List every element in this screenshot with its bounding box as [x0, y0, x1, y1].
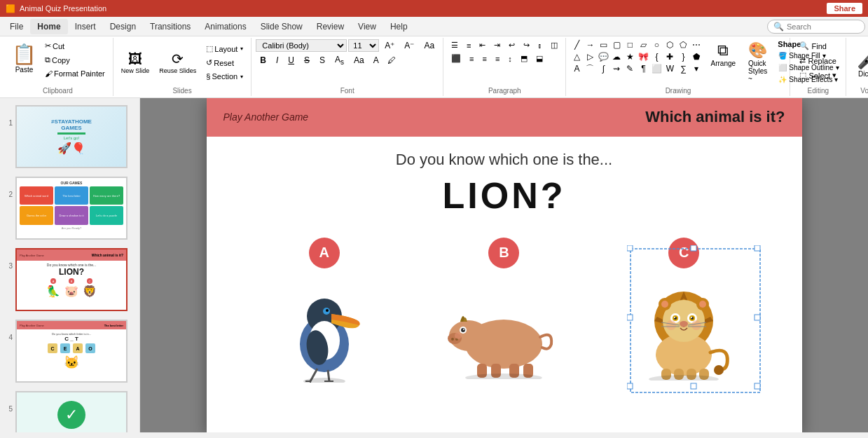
- new-slide-button[interactable]: 🖼 New Slide: [118, 49, 153, 76]
- menu-transitions[interactable]: Transitions: [143, 19, 198, 34]
- shape-rtri[interactable]: ▷: [584, 51, 596, 62]
- copy-button[interactable]: ⧉ Copy: [41, 53, 109, 67]
- numbering-button[interactable]: ≡: [463, 40, 474, 51]
- shape-rounded-rect[interactable]: ▢: [610, 39, 623, 50]
- share-button[interactable]: Share: [827, 3, 862, 14]
- shape-textbox[interactable]: ⬜: [650, 63, 663, 74]
- shape-star[interactable]: ★: [624, 51, 636, 62]
- shape-para[interactable]: ¶: [637, 63, 649, 74]
- text-anchor-button[interactable]: ⬓: [532, 53, 546, 64]
- slide-thumb-4[interactable]: Play Another Game The best letter Do you…: [15, 320, 128, 383]
- highlight-color-btn[interactable]: 🖊: [384, 54, 399, 67]
- shape-rect[interactable]: ▭: [597, 39, 609, 50]
- slide-thumbnail-2[interactable]: 2 OUR GAMES Which animal word The best l…: [3, 175, 137, 241]
- decrease-indent-button[interactable]: ⇤: [476, 39, 489, 51]
- menu-animations[interactable]: Animations: [198, 19, 253, 34]
- shape-down[interactable]: ▾: [690, 63, 703, 74]
- layout-button[interactable]: ⬚ Layout ▾: [202, 42, 247, 55]
- clear-format-button[interactable]: Aa: [420, 39, 439, 52]
- replace-button[interactable]: ⇄ Replace: [794, 54, 841, 67]
- search-box[interactable]: 🔍: [767, 20, 865, 34]
- shape-pentagon[interactable]: ⬠: [677, 39, 689, 50]
- shape-connector[interactable]: ⇝: [610, 63, 623, 74]
- case-button[interactable]: Aa: [350, 54, 368, 67]
- shape-edit[interactable]: ✎: [624, 63, 636, 74]
- shape-hexagon[interactable]: ⬡: [663, 39, 676, 50]
- strikethrough-button[interactable]: S: [300, 54, 314, 67]
- shape-curved[interactable]: ⌒: [584, 63, 596, 74]
- font-name-select[interactable]: Calibri (Body): [256, 39, 347, 52]
- shape-triangle[interactable]: △: [570, 51, 583, 62]
- font-size-select[interactable]: 11: [348, 39, 379, 52]
- section-button[interactable]: § Section ▾: [202, 70, 247, 83]
- slide-thumb-2[interactable]: OUR GAMES Which animal word The best let…: [15, 177, 128, 240]
- select-button[interactable]: ⬚ Select ▾: [794, 69, 841, 82]
- format-painter-button[interactable]: 🖌 Format Painter: [41, 67, 109, 80]
- quick-styles-button[interactable]: 🎨 Quick Styles ~: [743, 39, 772, 85]
- text-direction-button[interactable]: ⬒: [517, 53, 531, 64]
- bullets-button[interactable]: ☰: [448, 39, 462, 51]
- shape-ribbon[interactable]: 🎀: [637, 51, 649, 62]
- shape-line[interactable]: ╱: [570, 39, 583, 50]
- find-button[interactable]: 🔍 Find: [794, 39, 841, 53]
- menu-insert[interactable]: Insert: [68, 19, 103, 34]
- arrange-button[interactable]: ⧉ Arrange: [705, 39, 740, 69]
- shape-brace[interactable]: }: [677, 51, 689, 62]
- font-color-btn[interactable]: A: [370, 54, 383, 67]
- slide-panel[interactable]: 1 #STAYATHOME GAMES Let's go! 🚀🎈 2 OUR G…: [0, 98, 140, 432]
- reset-button[interactable]: ↺ Reset: [202, 56, 247, 69]
- shape-cross[interactable]: ✚: [663, 51, 676, 62]
- increase-indent-button[interactable]: ⇥: [490, 39, 504, 51]
- slide-thumb-3[interactable]: Play Another Game Which animal is it? Do…: [15, 248, 128, 311]
- line-spacing-button[interactable]: ↕: [504, 53, 516, 64]
- slide-thumb-1[interactable]: #STAYATHOME GAMES Let's go! 🚀🎈: [15, 105, 128, 168]
- slide-thumbnail-1[interactable]: 1 #STAYATHOME GAMES Let's go! 🚀🎈: [3, 104, 137, 170]
- shape-rect2[interactable]: □: [624, 39, 636, 50]
- menu-help[interactable]: Help: [383, 19, 415, 34]
- option-b[interactable]: B: [448, 238, 560, 386]
- underline-button[interactable]: U: [284, 54, 298, 67]
- shape-freeform[interactable]: ∫: [597, 63, 609, 74]
- decrease-font-button[interactable]: A⁻: [400, 39, 418, 52]
- align-left-button[interactable]: ⬛: [448, 53, 464, 64]
- smart-art-button[interactable]: ◫: [547, 39, 561, 51]
- menu-home[interactable]: Home: [30, 19, 67, 34]
- shape-more[interactable]: ⋯: [690, 39, 703, 50]
- menu-view[interactable]: View: [351, 19, 383, 34]
- shape-math[interactable]: ∑: [677, 63, 689, 74]
- slide-thumbnail-4[interactable]: 4 Play Another Game The best letter Do y…: [3, 318, 137, 384]
- shape-custom[interactable]: ⬟: [690, 51, 703, 62]
- menu-file[interactable]: File: [3, 19, 30, 34]
- align-center-button[interactable]: ≡: [466, 53, 477, 64]
- shape-bracket[interactable]: {: [650, 51, 663, 62]
- shape-cloud[interactable]: ☁: [610, 51, 623, 62]
- col-button[interactable]: ⫾: [535, 40, 546, 51]
- paste-button[interactable]: 📋 Paste: [7, 39, 41, 85]
- char-spacing-button[interactable]: As: [331, 53, 348, 67]
- italic-button[interactable]: I: [272, 54, 282, 67]
- menu-slideshow[interactable]: Slide Show: [254, 19, 310, 34]
- reuse-slides-button[interactable]: ⟳ Reuse Slides: [156, 48, 200, 76]
- shape-arrow[interactable]: →: [584, 39, 596, 50]
- rtl-button[interactable]: ↩: [505, 39, 518, 51]
- bold-button[interactable]: B: [256, 54, 270, 67]
- slide-thumb-5[interactable]: ✓ EXCELLENT! Play Another Game Next: [15, 391, 128, 432]
- shape-word[interactable]: W: [663, 63, 676, 74]
- slide-thumbnail-3[interactable]: 3 Play Another Game Which animal is it? …: [3, 247, 137, 313]
- justify-button[interactable]: ≡: [492, 53, 503, 64]
- option-c[interactable]: C: [628, 238, 740, 386]
- option-a[interactable]: A: [268, 238, 380, 386]
- shape-rect3[interactable]: ▱: [637, 39, 649, 50]
- menu-review[interactable]: Review: [310, 19, 351, 34]
- search-input[interactable]: [787, 22, 857, 31]
- shape-callout[interactable]: 💬: [597, 51, 609, 62]
- shadow-button[interactable]: S: [315, 54, 329, 67]
- align-right-button[interactable]: ≡: [478, 53, 490, 64]
- shape-oval[interactable]: ○: [650, 39, 663, 50]
- ltr-button[interactable]: ↪: [520, 39, 533, 51]
- increase-font-button[interactable]: A⁺: [380, 39, 399, 52]
- menu-design[interactable]: Design: [103, 19, 143, 34]
- dictate-button[interactable]: 🎤 Dictate: [850, 43, 868, 81]
- shape-text[interactable]: A: [570, 63, 583, 74]
- slide-thumbnail-5[interactable]: 5 ✓ EXCELLENT! Play Another Game Next: [3, 390, 137, 432]
